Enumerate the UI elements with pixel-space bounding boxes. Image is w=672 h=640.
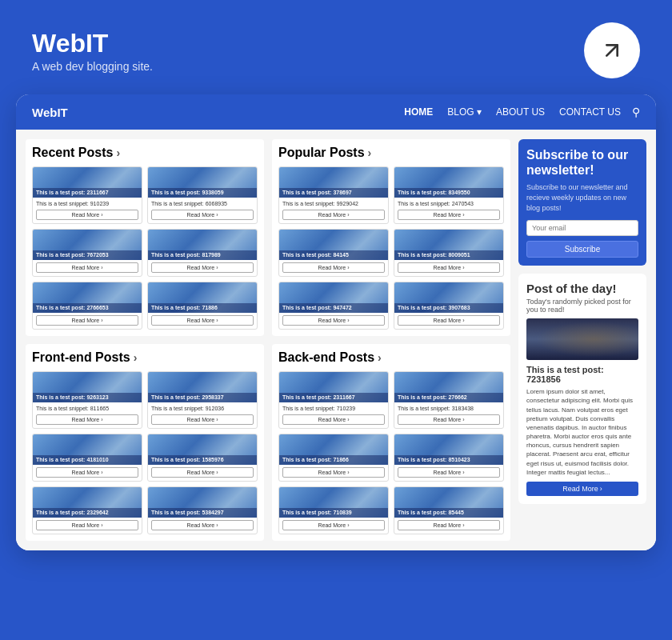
popular-posts-section: Popular Posts › This is a test post: 378… xyxy=(272,139,510,336)
recent-posts-grid: This is a test post: 2311667 This is a t… xyxy=(32,166,258,330)
potd-post-text: Lorem ipsum dolor sit amet, consectetur … xyxy=(526,387,638,477)
nav-contact[interactable]: CONTACT US xyxy=(559,106,621,118)
read-more-button[interactable]: Read More › xyxy=(36,315,138,326)
section-row-1: Recent Posts › This is a test post: 2311… xyxy=(26,139,510,336)
read-more-button[interactable]: Read More › xyxy=(398,467,500,478)
read-more-button[interactable]: Read More › xyxy=(398,315,500,326)
backend-posts-title: Back-end Posts › xyxy=(278,350,504,365)
potd-image-inner xyxy=(526,318,638,360)
list-item: This is a test post: 9338059 This is a t… xyxy=(147,166,258,224)
post-image: This is a test post: 7672053 xyxy=(33,230,142,260)
sidebar: Subscribe to our newsletter! Subscribe t… xyxy=(518,139,646,541)
newsletter-title: Subscribe to our newsletter! xyxy=(526,147,638,178)
recent-chevron-icon: › xyxy=(116,146,120,159)
read-more-button[interactable]: Read More › xyxy=(398,210,500,220)
main-content: Recent Posts › This is a test post: 2311… xyxy=(26,139,510,541)
post-snippet: This is a test snippet: 811665 xyxy=(36,405,138,412)
read-more-button[interactable]: Read More › xyxy=(36,210,138,220)
list-item: This is a test post: 2766653 Read More › xyxy=(32,282,142,330)
chevron-right-icon: › xyxy=(600,485,602,493)
frontend-row-1: This is a test post: 9263123 This is a t… xyxy=(32,371,258,429)
backend-row-2: This is a test post: 71866 Read More › xyxy=(278,434,504,482)
post-title: This is a test post: 817989 xyxy=(151,252,254,258)
list-item: This is a test post: 2958337 This is a t… xyxy=(147,371,258,429)
read-more-button[interactable]: Read More › xyxy=(398,414,500,425)
list-item: This is a test post: 84145 Read More › xyxy=(278,229,389,277)
list-item: This is a test post: 71866 Read More › xyxy=(278,434,389,482)
email-field[interactable] xyxy=(526,220,638,236)
post-title: This is a test post: 2311667 xyxy=(282,394,385,401)
nav-about[interactable]: ABOUT US xyxy=(496,106,545,118)
post-title: This is a test post: 2311667 xyxy=(36,190,138,196)
backend-row-1: This is a test post: 2311667 This is a t… xyxy=(278,371,504,429)
read-more-button[interactable]: Read More › xyxy=(151,262,254,273)
popular-row-2: This is a test post: 84145 Read More › xyxy=(278,229,504,277)
post-snippet: This is a test snippet: 910239 xyxy=(36,200,138,207)
list-item: This is a test post: 2329642 Read More › xyxy=(32,486,142,534)
arrow-link-button[interactable] xyxy=(584,22,640,78)
recent-row-1: This is a test post: 2311667 This is a t… xyxy=(32,166,258,224)
read-more-button[interactable]: Read More › xyxy=(282,520,385,530)
post-image: This is a test post: 710839 xyxy=(279,487,388,518)
read-more-button[interactable]: Read More › xyxy=(282,467,385,478)
list-item: This is a test post: 710839 Read More › xyxy=(278,486,389,534)
read-more-button[interactable]: Read More › xyxy=(398,520,500,530)
nav-home[interactable]: HOME xyxy=(404,106,433,118)
read-more-button[interactable]: Read More › xyxy=(282,210,385,220)
popular-chevron-icon: › xyxy=(368,146,372,159)
post-title: This is a test post: 947472 xyxy=(282,305,385,311)
post-image: This is a test post: 85445 xyxy=(394,487,503,518)
post-image: This is a test post: 2311667 xyxy=(33,167,142,198)
read-more-button[interactable]: Read More › xyxy=(282,414,385,425)
read-more-button[interactable]: Read More › xyxy=(151,210,254,220)
potd-read-more-button[interactable]: Read More › xyxy=(526,482,638,496)
frontend-posts-section: Front-end Posts › This is a test post: 9… xyxy=(26,344,264,541)
newsletter-widget: Subscribe to our newsletter! Subscribe t… xyxy=(518,139,646,266)
post-title: This is a test post: 2766653 xyxy=(36,305,138,311)
list-item: This is a test post: 71886 Read More › xyxy=(147,282,258,330)
newsletter-subtitle: Subscribe to our newsletter and recieve … xyxy=(526,182,638,213)
list-item: This is a test post: 8349550 This is a t… xyxy=(394,166,504,224)
popular-row-1: This is a test post: 378697 This is a te… xyxy=(278,166,504,224)
post-title: This is a test post: 8510423 xyxy=(398,457,500,463)
post-image: This is a test post: 5384297 xyxy=(148,487,257,518)
read-more-button[interactable]: Read More › xyxy=(36,262,138,273)
read-more-button[interactable]: Read More › xyxy=(282,262,385,273)
subscribe-button[interactable]: Subscribe xyxy=(526,241,638,258)
read-more-button[interactable]: Read More › xyxy=(36,414,138,425)
post-image: This is a test post: 71886 xyxy=(148,282,257,313)
nav-logo: WebIT xyxy=(32,106,68,119)
backend-row-3: This is a test post: 710839 Read More › xyxy=(278,486,504,534)
frontend-posts-title: Front-end Posts › xyxy=(32,350,258,365)
potd-image xyxy=(526,318,638,360)
read-more-button[interactable]: Read More › xyxy=(151,467,254,478)
read-more-button[interactable]: Read More › xyxy=(398,262,500,273)
read-more-button[interactable]: Read More › xyxy=(36,467,138,478)
read-more-button[interactable]: Read More › xyxy=(36,520,138,530)
list-item: This is a test post: 2311667 This is a t… xyxy=(32,166,142,224)
read-more-button[interactable]: Read More › xyxy=(151,414,254,425)
read-more-button[interactable]: Read More › xyxy=(282,315,385,326)
nav-blog[interactable]: BLOG ▾ xyxy=(447,106,482,118)
list-item: This is a test post: 2311667 This is a t… xyxy=(278,371,389,429)
post-snippet: This is a test snippet: 6068935 xyxy=(151,200,254,207)
section-row-2: Front-end Posts › This is a test post: 9… xyxy=(26,344,510,541)
read-more-button[interactable]: Read More › xyxy=(151,315,254,326)
content-area: Recent Posts › This is a test post: 2311… xyxy=(16,130,656,550)
search-icon[interactable]: ⚲ xyxy=(632,106,640,118)
post-title: This is a test post: 1585976 xyxy=(151,457,254,463)
frontend-row-3: This is a test post: 2329642 Read More › xyxy=(32,486,258,534)
post-image: This is a test post: 817989 xyxy=(148,230,257,260)
post-title: This is a test post: 7672053 xyxy=(36,252,138,258)
list-item: This is a test post: 3907683 Read More › xyxy=(394,282,504,330)
list-item: This is a test post: 378697 This is a te… xyxy=(278,166,389,224)
post-image: This is a test post: 8009051 xyxy=(394,230,503,260)
potd-post-title: This is a test post: 7231856 xyxy=(526,365,638,384)
post-image: This is a test post: 84145 xyxy=(279,230,388,260)
browser-window: WebIT HOME BLOG ▾ ABOUT US CONTACT US ⚲ … xyxy=(16,94,656,550)
read-more-button[interactable]: Read More › xyxy=(151,520,254,530)
recent-posts-section: Recent Posts › This is a test post: 2311… xyxy=(26,139,264,336)
list-item: This is a test post: 9263123 This is a t… xyxy=(32,371,142,429)
site-title: WebIT xyxy=(32,29,153,58)
recent-row-2: This is a test post: 7672053 Read More › xyxy=(32,229,258,277)
